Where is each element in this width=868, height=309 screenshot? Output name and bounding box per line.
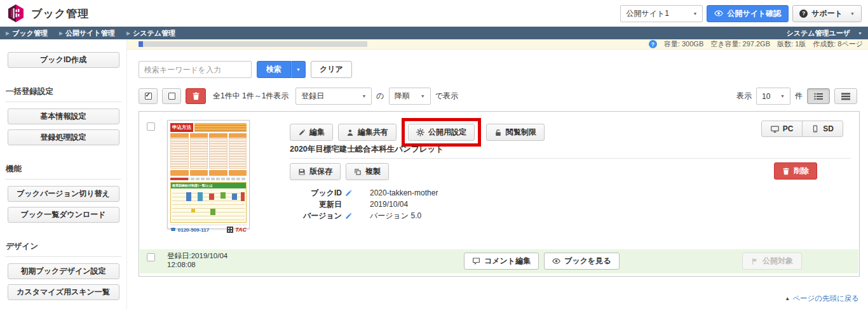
edit-label: 編集 xyxy=(309,127,325,138)
site-confirm-button[interactable]: 公開サイト確認 xyxy=(707,5,789,22)
book-row-checkbox[interactable] xyxy=(147,122,155,131)
sort-order-select[interactable]: 降順 ▼ xyxy=(389,88,431,105)
eye-icon xyxy=(714,9,723,18)
create-book-id-button[interactable]: ブックID作成 xyxy=(8,52,119,68)
nav-item-public-site-management[interactable]: ▶ 公開サイト管理 xyxy=(59,29,115,38)
search-options-caret-button[interactable]: ▼ xyxy=(291,61,306,78)
comment-edit-label: コメント編集 xyxy=(484,256,531,266)
capacity-free: 空き容量: 297.2GB xyxy=(710,39,770,49)
view-restriction-label: 閲覧制限 xyxy=(506,127,536,138)
edit-button[interactable]: 編集 xyxy=(290,124,333,141)
phone-icon: ☎ xyxy=(170,227,176,232)
list-view-button[interactable] xyxy=(807,88,830,104)
per-page-select[interactable]: 10 ▼ xyxy=(756,88,790,105)
detail-row-updated: 更新日 2019/10/04 xyxy=(290,199,438,210)
thumb-column-head xyxy=(229,133,247,138)
capacity-progress-bar xyxy=(139,41,367,47)
book-list-download-button[interactable]: ブック一覧ダウンロード xyxy=(8,207,119,223)
sort-field-value: 登録日 xyxy=(301,91,324,102)
per-page-value: 10 xyxy=(762,92,770,101)
basic-info-settings-button[interactable]: 基本情報設定 xyxy=(8,108,119,124)
caret-down-icon: ▼ xyxy=(858,31,862,36)
nav-label: システム管理 xyxy=(133,29,175,38)
registration-process-settings-button[interactable]: 登録処理設定 xyxy=(8,129,119,145)
monitor-icon xyxy=(771,125,779,133)
edition-count: 版数: 1版 xyxy=(777,39,806,49)
save-version-button[interactable]: 版保存 xyxy=(290,163,341,180)
site-confirm-label: 公開サイト確認 xyxy=(727,8,781,19)
thumb-arrow xyxy=(190,170,208,176)
thumb-flowchart xyxy=(172,190,245,221)
caret-down-icon: ▼ xyxy=(693,11,697,16)
deselect-all-button[interactable] xyxy=(162,88,181,104)
highlight-annotation: 公開用設定 xyxy=(402,118,481,147)
back-to-top-link[interactable]: ▲ ページの先頭に戻る xyxy=(785,294,859,303)
eye-icon xyxy=(552,257,560,265)
thumb-column-head xyxy=(170,133,189,138)
updated-value: 2019/10/04 xyxy=(370,200,408,209)
bulk-delete-button[interactable] xyxy=(186,88,206,104)
sidebar-section-functions: 機能 ブックバージョン切り替え ブック一覧ダウンロード xyxy=(0,164,126,223)
book-thumbnail[interactable]: 申込方法 教育訓練給付制度(一覧)とは ☎ 0 xyxy=(167,120,250,229)
view-book-button[interactable]: ブックを見る xyxy=(544,253,619,270)
sd-view-button[interactable]: SD xyxy=(802,121,843,137)
public-site-select-value: 公開サイト1 xyxy=(626,8,669,19)
duplicate-label: 複製 xyxy=(365,166,381,177)
particle-text: の xyxy=(376,91,384,102)
public-site-select[interactable]: 公開サイト1 ▼ xyxy=(620,5,703,22)
gear-icon xyxy=(416,128,424,136)
book-actions-row: 編集 編集共有 公開用設定 閲覧制限 xyxy=(290,118,545,147)
compact-view-button[interactable] xyxy=(834,88,857,104)
pc-view-button[interactable]: PC xyxy=(761,121,803,137)
sidebar: ブックID作成 一括登録設定 基本情報設定 登録処理設定 機能 ブックバージョン… xyxy=(0,39,127,309)
sort-field-select[interactable]: 登録日 ▼ xyxy=(295,88,372,105)
delete-button[interactable]: 削除 xyxy=(774,162,817,180)
registration-time: 12:08:08 xyxy=(167,260,227,269)
status-bar: ? 容量: 300GB 空き容量: 297.2GB 版数: 1版 作成数: 8ペ… xyxy=(127,39,868,49)
pc-label: PC xyxy=(783,124,794,133)
edit-share-button[interactable]: 編集共有 xyxy=(338,124,397,141)
book-version-switch-button[interactable]: ブックバージョン切り替え xyxy=(8,186,119,202)
sort-order-value: 降順 xyxy=(395,91,410,102)
app-header: ブック管理 公開サイト1 ▼ 公開サイト確認 ? サポート ▼ xyxy=(0,0,868,27)
publish-settings-button[interactable]: 公開用設定 xyxy=(408,124,475,141)
sidebar-section-batch: 一括登録設定 基本情報設定 登録処理設定 xyxy=(0,86,126,145)
comment-edit-button[interactable]: コメント編集 xyxy=(464,253,539,270)
initial-book-design-button[interactable]: 初期ブックデザイン設定 xyxy=(8,263,119,279)
duplicate-button[interactable]: 複製 xyxy=(346,163,389,180)
checkbox-checked-icon xyxy=(145,93,152,100)
thumb-section-title: 教育訓練給付制度(一覧)とは xyxy=(171,183,246,188)
search-button[interactable]: 検索 xyxy=(257,61,291,78)
list-controls: 全1件中 1件～1件表示 登録日 ▼ の 降順 ▼ で表示 表示 10 ▼ 件 xyxy=(139,88,860,105)
select-all-button[interactable] xyxy=(139,88,158,104)
nav-item-book-management[interactable]: ▶ ブック管理 xyxy=(6,29,48,38)
question-icon[interactable]: ? xyxy=(649,40,657,48)
nav-item-system-management[interactable]: ▶ システム管理 xyxy=(126,29,175,38)
flag-icon xyxy=(751,258,759,265)
sd-label: SD xyxy=(823,124,834,133)
view-restriction-button[interactable]: 閲覧制限 xyxy=(486,124,545,141)
caret-down-icon: ▼ xyxy=(780,94,785,98)
person-icon xyxy=(346,129,354,136)
thumb-arrow-row xyxy=(170,170,247,176)
question-icon: ? xyxy=(799,10,808,18)
clear-button[interactable]: クリア xyxy=(311,61,352,78)
publish-target-label: 公開対象 xyxy=(763,256,793,266)
customize-skin-list-button[interactable]: カスタマイズ用スキン一覧 xyxy=(8,284,119,300)
device-toggle-group: PC SD xyxy=(761,121,843,137)
edit-pencil-icon[interactable] xyxy=(345,190,355,197)
suffix-text: で表示 xyxy=(435,91,458,102)
registration-row-checkbox[interactable] xyxy=(147,253,155,261)
book-details: ブックID 2020-takken-mother 更新日 2019/10/04 … xyxy=(290,187,438,221)
arrow-right-icon: ▶ xyxy=(126,30,130,36)
divider xyxy=(5,102,121,102)
section-heading: 一括登録設定 xyxy=(0,86,126,102)
section-heading: 機能 xyxy=(0,164,126,179)
display-label: 表示 xyxy=(736,91,752,102)
edit-pencil-icon[interactable] xyxy=(345,213,355,220)
registration-date-block: 登録日:2019/10/04 12:08:08 xyxy=(167,251,227,269)
user-menu[interactable]: システム管理ユーザ ▼ xyxy=(787,29,862,38)
search-input[interactable] xyxy=(139,61,252,78)
support-button[interactable]: ? サポート ▼ xyxy=(792,5,862,22)
arrow-right-icon: ▶ xyxy=(59,30,63,36)
